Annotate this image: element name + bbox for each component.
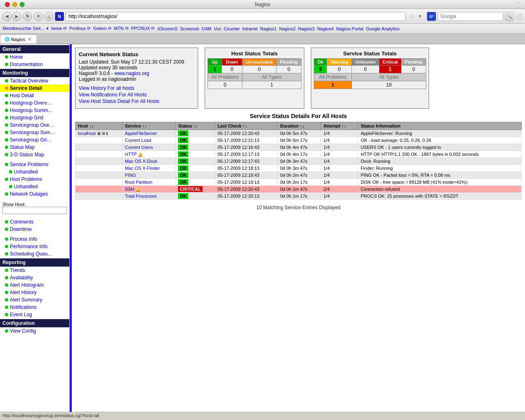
col-status[interactable]: Status ↑↓ <box>176 122 215 130</box>
bookmark-screensh[interactable]: Screensh <box>180 26 199 31</box>
view-history-link[interactable]: View History For all hosts <box>79 85 194 91</box>
sidebar-item-documentation[interactable]: Documentation <box>0 61 69 68</box>
bookmark-xscreens[interactable]: XScreenS <box>157 26 178 31</box>
sidebar-link-comments[interactable]: Comments <box>10 219 34 225</box>
service-link-http[interactable]: HTTP <box>125 152 137 157</box>
svc-all-problems-label[interactable]: All Problems <box>314 73 352 81</box>
sidebar-link-servicegroup-grid[interactable]: Servicegroup Gri… <box>10 137 52 143</box>
sidebar-link-view-config[interactable]: View Config <box>10 328 36 334</box>
host-down-count[interactable]: 0 <box>221 66 242 73</box>
bookmark-ppcnux[interactable]: PPCNUX ⟳ <box>131 26 155 31</box>
svc-all-types-val[interactable]: 10 <box>352 81 426 89</box>
sidebar-item-status-map[interactable]: Status Map <box>0 144 69 151</box>
sidebar-item-event-log[interactable]: Event Log <box>0 311 69 318</box>
sidebar-link-hostgroup-summary[interactable]: Hostgroup Summ… <box>10 107 53 113</box>
sidebar-link-servicegroup-overview[interactable]: Servicegroup Ove… <box>10 122 54 128</box>
sidebar-item-scheduling-queue[interactable]: Scheduling Queu… <box>0 250 69 258</box>
view-notifications-link[interactable]: View Notifications For All Hosts <box>79 92 194 98</box>
sidebar-item-alert-histogram[interactable]: Alert Histogram <box>0 281 69 289</box>
sidebar-link-tactical-overview[interactable]: Tactical Overview <box>10 78 48 84</box>
sidebar-item-alert-history[interactable]: Alert History <box>0 289 69 296</box>
bookmark-counter[interactable]: Counter <box>224 26 240 31</box>
sidebar-item-trends[interactable]: Trends <box>0 267 69 274</box>
service-link-macosx-finder[interactable]: Mac OS X-Finder <box>125 166 160 171</box>
sidebar-link-alert-history[interactable]: Alert History <box>10 290 37 295</box>
service-link-current-load[interactable]: Current Load <box>125 138 151 143</box>
sidebar-link-service-detail[interactable]: Service Detail <box>10 85 42 91</box>
sidebar-link-hostgroup-overview[interactable]: Hostgroup Overv… <box>10 100 52 106</box>
service-link-root-partition[interactable]: Root Partition <box>125 180 153 185</box>
home-button[interactable]: ⌂ <box>44 12 53 21</box>
service-link-macosx-dock[interactable]: Mac OS X-Dock <box>125 159 158 164</box>
sidebar-link-servicegroup-summary[interactable]: Servicegroup Sum… <box>10 130 55 135</box>
svc-warning-count[interactable]: 0 <box>327 66 352 73</box>
svc-ok-count[interactable]: 9 <box>314 66 327 73</box>
bookmark-star-icon[interactable]: ☆ <box>407 12 416 21</box>
bookmark-nagios1[interactable]: Nagios1 <box>260 26 276 31</box>
sidebar-item-hostgroup-grid[interactable]: Hostgroup Grid <box>0 114 69 121</box>
host-up-count[interactable]: 1 <box>208 66 222 73</box>
sidebar-link-host-unhandled[interactable]: Unhandled <box>14 184 38 189</box>
svc-all-problems-val[interactable]: 1 <box>314 81 352 89</box>
host-all-types-label[interactable]: All Types <box>242 73 301 81</box>
sidebar-item-network-outages[interactable]: Network Outages <box>0 190 69 198</box>
host-unreachable-count[interactable]: 0 <box>242 66 276 73</box>
bookmark-google-analytics[interactable]: Google Analytics <box>366 26 399 31</box>
sidebar-item-servicegroup-summary[interactable]: Servicegroup Sum… <box>0 129 69 136</box>
sidebar-item-availability[interactable]: Availability <box>0 274 69 281</box>
bookmark-heise[interactable]: heise ⟳ <box>51 26 67 31</box>
sidebar-link-home[interactable]: Home <box>10 54 23 60</box>
sidebar-link-event-log[interactable]: Event Log <box>10 312 32 317</box>
bookmark-g4m[interactable]: G4M <box>201 26 211 31</box>
sidebar-item-downtime[interactable]: Downtime <box>0 226 69 233</box>
bookmark-nagios2[interactable]: Nagios2 <box>279 26 295 31</box>
sidebar-link-alert-summary[interactable]: Alert Summary <box>10 297 42 303</box>
sidebar-item-performance-info[interactable]: Performance Info <box>0 243 69 250</box>
service-link-current-users[interactable]: Current Users <box>125 145 153 150</box>
host-all-problems-label[interactable]: All Problems <box>208 73 242 81</box>
reload-button[interactable]: ↻ <box>23 12 32 21</box>
sidebar-link-downtime[interactable]: Downtime <box>10 226 32 232</box>
bookmark-nagios-portal[interactable]: Nagios-Portal <box>336 26 364 31</box>
bookmark-mtn[interactable]: MTN ⟳ <box>114 26 129 31</box>
back-button[interactable]: ◀ <box>2 12 11 21</box>
tab-close-button[interactable]: ✕ <box>27 37 32 42</box>
view-host-status-link[interactable]: View Host Status Detail For All Hosts <box>79 98 194 104</box>
bookmark-nagios3[interactable]: Nagios3 <box>298 26 315 31</box>
sidebar-link-host-detail[interactable]: Host Detail <box>10 93 34 98</box>
sidebar-item-hostgroup-summary[interactable]: Hostgroup Summ… <box>0 107 69 114</box>
tab-nagios[interactable]: 🌐 Nagios ✕ <box>0 34 37 43</box>
sidebar-item-servicegroup-grid[interactable]: Servicegroup Gri… <box>0 136 69 144</box>
show-host-input[interactable] <box>2 207 67 214</box>
sidebar-item-host-problems[interactable]: Host Problems <box>0 176 69 183</box>
url-bar[interactable] <box>66 12 406 21</box>
sidebar-item-service-problems[interactable]: Service Problems <box>0 161 69 168</box>
bookmark-prolinux[interactable]: Prolinux ⟳ <box>69 26 91 31</box>
sidebar-link-network-outages[interactable]: Network Outages <box>10 191 48 197</box>
sidebar-item-servicegroup-overview[interactable]: Servicegroup Ove… <box>0 121 69 129</box>
search-go-button[interactable]: 🔍 <box>505 12 514 21</box>
col-attempt[interactable]: Attempt ↑↓ <box>321 122 358 130</box>
sidebar-item-service-unhandled[interactable]: Unhandled <box>0 168 69 176</box>
stop-button[interactable]: ✕ <box>34 12 43 21</box>
col-service[interactable]: Service ↑↓ <box>122 122 176 130</box>
sidebar-link-hostgroup-grid[interactable]: Hostgroup Grid <box>10 115 43 121</box>
sidebar-item-view-config[interactable]: View Config <box>0 327 69 335</box>
sidebar-link-process-info[interactable]: Process Info <box>10 236 37 242</box>
host-pending-count[interactable]: 0 <box>276 66 301 73</box>
bookmark-voc[interactable]: Voc <box>214 26 221 31</box>
service-link-applefile[interactable]: AppleFileServer <box>125 131 157 136</box>
sidebar-item-tactical-overview[interactable]: Tactical Overview <box>0 77 69 84</box>
sidebar-link-availability[interactable]: Availability <box>10 275 33 281</box>
col-duration[interactable]: Duration ↑↓ <box>277 122 321 130</box>
sidebar-item-process-info[interactable]: Process Info <box>0 235 69 243</box>
host-all-types-val[interactable]: 1 <box>242 81 301 89</box>
sidebar-item-hostgroup-overview[interactable]: Hostgroup Overv… <box>0 99 69 107</box>
sidebar-link-trends[interactable]: Trends <box>10 267 25 273</box>
sidebar-item-alert-summary[interactable]: Alert Summary <box>0 296 69 304</box>
host-all-problems-val[interactable]: 0 <box>208 81 242 89</box>
col-host[interactable]: Host ↑↓ <box>75 122 123 130</box>
sidebar-link-service-unhandled[interactable]: Unhandled <box>14 169 38 175</box>
svc-critical-count[interactable]: 1 <box>379 66 401 73</box>
bookmark-meistbesuchte[interactable]: Meistbesuchte Seit… ▾ <box>2 26 49 31</box>
